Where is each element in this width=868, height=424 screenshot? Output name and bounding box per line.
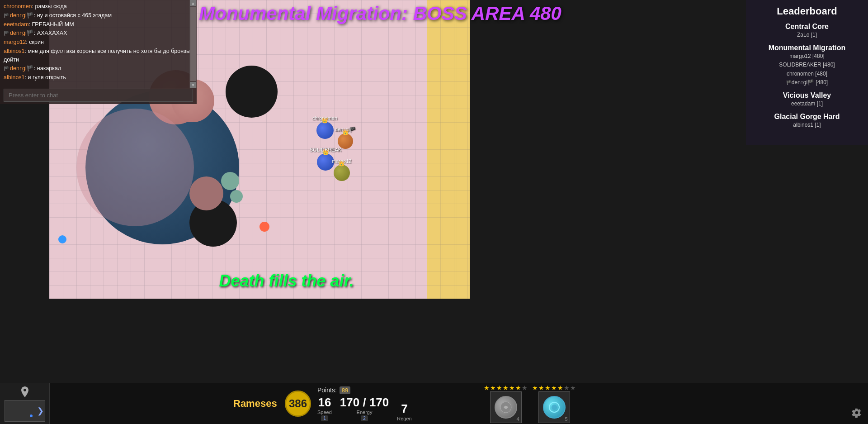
chat-msg-2: 🏴den↑gi🏴: ну и остовайся с 465 этадам — [4, 11, 193, 20]
hud-speed-stat: 16 Speed 1 — [317, 395, 332, 421]
star-r7: ★ — [570, 384, 576, 391]
hud-speed-value: 16 — [318, 395, 331, 410]
star-r5: ★ — [557, 384, 563, 391]
chat-msg-4: 🏴den↑gi🏴: АХАХАХАХ — [4, 29, 193, 38]
chat-msg-7: 🏴den↑gi🏴: накаркал — [4, 64, 193, 73]
lb-player-zalo: ZaLo [1] — [753, 31, 861, 39]
hud-stars-right: ★ ★ ★ ★ ★ ★ ★ — [532, 384, 576, 391]
player-margo12: margo12 👑 — [332, 158, 351, 181]
hud-points-value: 89 — [340, 386, 350, 394]
star-r2: ★ — [538, 384, 544, 391]
lb-map-central-core: Central Core — [753, 23, 861, 31]
gear-button[interactable] — [850, 406, 863, 419]
yellow-zone — [427, 0, 470, 299]
chat-username-3: eeetadam — [4, 21, 29, 28]
blob-teal-2 — [230, 190, 243, 203]
blob-dengi: 👑 — [338, 133, 353, 149]
item-slot-4[interactable]: 4 — [490, 391, 522, 423]
hud-speed-num: 1 — [321, 415, 328, 421]
hud-points-row: Points: 89 — [317, 386, 412, 394]
chat-scrollbar[interactable]: ▲ ▼ — [189, 0, 197, 88]
lb-map-monumental: Monumental Migration — [753, 44, 861, 52]
hud-player-section: Rameses 386 Points: 89 16 Speed 1 170 / … — [226, 383, 479, 424]
hud-regen-stat: 7 Regen — [397, 402, 411, 421]
hud-energy-num: 2 — [361, 415, 368, 421]
star-2: ★ — [490, 384, 496, 391]
hud-items-section: ★ ★ ★ ★ ★ ★ ★ 4 ★ — [479, 383, 580, 424]
scroll-up-arrow[interactable]: ▲ — [190, 0, 196, 6]
minimap-player-dot — [30, 414, 33, 417]
star-7: ★ — [522, 384, 528, 391]
lb-player-albinos1: albinos1 [1] — [753, 121, 861, 129]
item-slot-num-5: 5 — [565, 416, 567, 422]
item-slot-5[interactable]: 5 — [538, 391, 570, 423]
lb-player-chronomen: chronomen [480] — [753, 70, 861, 78]
lb-player-dengi: 🏴den↑gi🏴 [480] — [753, 78, 861, 87]
star-r1: ★ — [532, 384, 538, 391]
star-r3: ★ — [545, 384, 551, 391]
chat-panel: chronomen: рамзы сюда 🏴den↑gi🏴: ну и ост… — [0, 0, 197, 104]
lb-player-eeetadam: eeetadam [1] — [753, 100, 861, 108]
chat-msg-3: eeetadam: ГРЕБАНЫЙ ММ — [4, 20, 193, 29]
blob-black-1 — [226, 66, 278, 118]
chat-username-1: chronomen — [4, 3, 32, 10]
item-icon-4 — [495, 396, 517, 419]
lb-player-solidbreaker: SOLIDBREAKER [480] — [753, 61, 861, 69]
svg-point-2 — [552, 405, 557, 410]
hud-speed-label: Speed — [317, 410, 332, 415]
hud-regen-label: Regen — [397, 416, 411, 421]
chat-msg-5: margo12: скрин — [4, 38, 193, 47]
chat-input-container[interactable] — [0, 86, 197, 104]
hud-energy-label: Energy — [357, 410, 373, 415]
scroll-thumb[interactable] — [190, 7, 196, 81]
lb-section-glacial: Glacial Gorge Hard albinos1 [1] — [753, 113, 861, 129]
chat-text-6: : мне для фулл ака короны все получить н… — [4, 48, 190, 63]
hud-stars-left: ★ ★ ★ ★ ★ ★ ★ — [484, 384, 528, 391]
chat-msg-6: albinos1: мне для фулл ака короны все по… — [4, 47, 193, 64]
chat-text-4: : АХАХАХАХ — [34, 30, 67, 36]
chat-username-8: albinos1 — [4, 74, 25, 81]
blob-pink-large — [76, 109, 194, 226]
star-3: ★ — [496, 384, 502, 391]
hud-stars-right-group: ★ ★ ★ ★ ★ ★ ★ 5 — [532, 384, 576, 423]
chat-text-2: : ну и остовайся с 465 этадам — [34, 12, 112, 19]
hud-regen-value: 7 — [401, 402, 407, 416]
item-slot-num-4: 4 — [516, 416, 519, 422]
blob-orange — [259, 222, 269, 232]
star-r6: ★ — [564, 384, 570, 391]
chat-msg-1: chronomen: рамзы сюда — [4, 2, 193, 11]
chat-msg-8: albinos1: и гуля открыть — [4, 73, 193, 82]
blob-brown — [189, 176, 223, 210]
hud-map-section: ❯ — [0, 383, 50, 424]
player-dengi: den↑gi🏴 👑 — [335, 127, 356, 149]
lb-section-vicious: Vicious Valley eeetadam [1] — [753, 91, 861, 108]
minimap-nav-arrow[interactable]: ❯ — [37, 406, 44, 416]
game-title: Monumental Migration: BOSS AREA 480 — [199, 3, 561, 24]
star-r4: ★ — [551, 384, 557, 391]
item-icon-5 — [543, 396, 566, 419]
chat-text-8: : и гуля открыть — [25, 74, 66, 81]
lb-section-central-core: Central Core ZaLo [1] — [753, 23, 861, 39]
chat-text-7: : накаркал — [34, 65, 61, 71]
lb-player-margo12: margo12 [480] — [753, 52, 861, 61]
blob-chronomen: 👑 — [316, 122, 334, 139]
chat-text-1: : рамзы сюда — [32, 3, 67, 10]
death-text: Death fills the air. — [219, 272, 354, 291]
leaderboard-title: Leaderboard — [753, 5, 861, 17]
hud-player-name: Rameses — [233, 398, 278, 410]
blob-teal-1 — [221, 172, 239, 190]
hud-level-badge: 386 — [285, 391, 311, 417]
hud-points-label: Points: — [317, 386, 337, 394]
star-5: ★ — [509, 384, 515, 391]
star-4: ★ — [503, 384, 509, 391]
lb-map-vicious: Vicious Valley — [753, 91, 861, 100]
chat-input[interactable] — [4, 89, 193, 102]
hud-stats-row: 16 Speed 1 170 / 170 Energy 2 7 Regen — [317, 395, 412, 421]
hud-stats-block: Points: 89 16 Speed 1 170 / 170 Energy 2 — [317, 386, 412, 421]
star-6: ★ — [515, 384, 521, 391]
hud-energy-stat: 170 / 170 Energy 2 — [340, 395, 389, 421]
hud-energy-value: 170 / 170 — [340, 395, 389, 410]
map-pin-icon[interactable] — [19, 386, 31, 398]
title-banner: Monumental Migration: BOSS AREA 480 — [194, 0, 574, 27]
leaderboard-panel: Leaderboard Central Core ZaLo [1] Monume… — [746, 0, 868, 145]
